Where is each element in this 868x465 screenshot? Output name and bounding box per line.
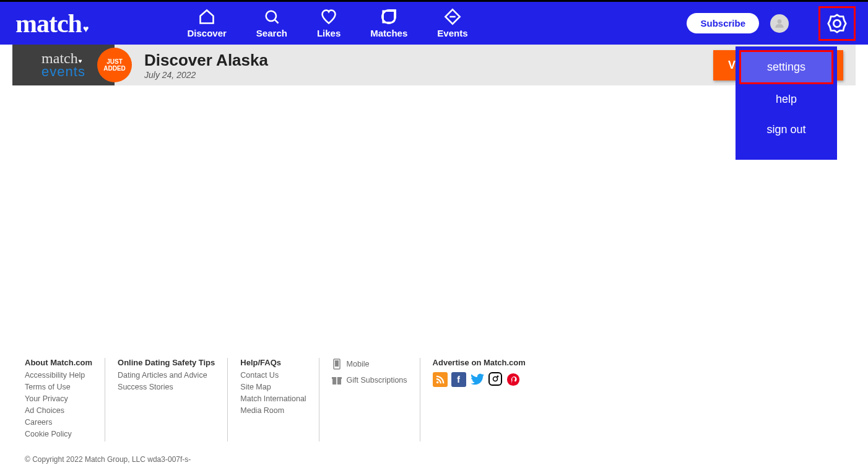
svg-point-10: [436, 381, 438, 384]
heart-icon: ♥: [79, 58, 82, 64]
footer-link-contact[interactable]: Contact Us: [240, 371, 306, 380]
search-icon: [263, 8, 280, 25]
footer-col-mobile: Mobile Gift Subscriptions: [319, 358, 420, 441]
instagram-icon[interactable]: [488, 372, 502, 386]
svg-line-1: [275, 20, 279, 24]
match-events-logo: match♥ events: [41, 52, 85, 77]
nav-label: Events: [437, 28, 467, 38]
gear-icon: [827, 13, 848, 34]
logo-text: match: [15, 9, 82, 38]
tag-icon: [444, 8, 461, 25]
avatar[interactable]: [770, 14, 789, 33]
nav-discover[interactable]: Discover: [187, 8, 226, 38]
just-added-badge: JUST ADDED: [97, 48, 132, 82]
footer-link-adchoices[interactable]: Ad Choices: [25, 406, 92, 415]
footer-link-gift: Gift Subscriptions: [347, 376, 407, 385]
badge-line1: JUST: [106, 58, 123, 65]
banner-text: Discover Alaska July 24, 2022: [144, 51, 268, 80]
footer-link-media[interactable]: Media Room: [240, 406, 306, 415]
footer-link-accessibility[interactable]: Accessibility Help: [25, 371, 92, 380]
events-logo-block: match♥ events JUST ADDED: [12, 45, 115, 85]
social-icons: f: [433, 372, 526, 387]
nav-label: Search: [256, 28, 287, 38]
phone-icon: [332, 358, 342, 370]
events-banner: match♥ events JUST ADDED Discover Alaska…: [12, 45, 856, 85]
footer-link-cookies[interactable]: Cookie Policy: [25, 430, 92, 438]
twitter-icon[interactable]: [470, 372, 485, 387]
svg-point-3: [778, 19, 782, 24]
home-icon: [198, 8, 215, 25]
dropdown-signout[interactable]: sign out: [736, 115, 837, 145]
top-navigation-bar: match♥ Discover Search Likes Ma: [0, 0, 868, 45]
footer-heading: About Match.com: [25, 358, 92, 367]
footer-link-careers[interactable]: Careers: [25, 418, 92, 427]
footer-columns: About Match.com Accessibility Help Terms…: [25, 358, 843, 441]
svg-point-11: [493, 377, 497, 381]
nav-label: Discover: [187, 28, 226, 38]
svg-point-0: [266, 11, 276, 21]
footer-link-privacy[interactable]: Your Privacy: [25, 394, 92, 403]
footer-link-success[interactable]: Success Stories: [118, 383, 215, 391]
footer-heading: Online Dating Safety Tips: [118, 358, 215, 367]
footer-link-mobile: Mobile: [347, 360, 370, 368]
svg-rect-9: [336, 377, 337, 385]
heart-icon: [320, 8, 337, 25]
footer-gift-row[interactable]: Gift Subscriptions: [332, 374, 407, 386]
nav-search[interactable]: Search: [256, 8, 287, 38]
dropdown-help[interactable]: help: [736, 84, 837, 115]
banner-title: Discover Alaska: [144, 51, 268, 70]
rss-icon[interactable]: [433, 372, 448, 387]
footer-link-sitemap[interactable]: Site Map: [240, 383, 306, 391]
settings-dropdown: settings help sign out: [736, 46, 837, 160]
svg-rect-6: [335, 360, 339, 367]
footer: About Match.com Accessibility Help Terms…: [0, 358, 868, 465]
topbar-right: Subscribe: [687, 6, 856, 41]
subscribe-button[interactable]: Subscribe: [687, 13, 759, 33]
svg-point-13: [506, 373, 519, 386]
logo-heart-icon: ♥: [83, 24, 89, 35]
footer-link-international[interactable]: Match International: [240, 394, 306, 403]
nav-likes[interactable]: Likes: [317, 8, 341, 38]
footer-col-safety: Online Dating Safety Tips Dating Article…: [105, 358, 228, 441]
footer-col-advertise: Advertise on Match.com f: [420, 358, 538, 441]
copyright-text: © Copyright 2022 Match Group, LLC wda3-0…: [25, 455, 843, 464]
footer-heading: Help/FAQs: [240, 358, 306, 367]
pinterest-icon[interactable]: [506, 372, 521, 387]
svg-point-12: [497, 376, 498, 376]
footer-link-terms[interactable]: Terms of Use: [25, 383, 92, 391]
footer-col-help: Help/FAQs Contact Us Site Map Match Inte…: [228, 358, 319, 441]
banner-date: July 24, 2022: [144, 70, 268, 80]
svg-point-4: [833, 20, 840, 27]
footer-col-about: About Match.com Accessibility Help Terms…: [25, 358, 105, 441]
match-logo[interactable]: match♥: [15, 9, 88, 38]
events-logo-word: events: [41, 66, 85, 78]
badge-line2: ADDED: [103, 65, 126, 72]
dropdown-settings[interactable]: settings: [739, 50, 833, 84]
chat-icon: [380, 8, 397, 25]
settings-gear-button[interactable]: [818, 6, 856, 41]
footer-heading: Advertise on Match.com: [433, 358, 526, 367]
facebook-icon[interactable]: f: [451, 372, 466, 387]
main-nav: Discover Search Likes Matches Event: [187, 8, 467, 38]
nav-label: Likes: [317, 28, 341, 38]
gift-icon: [332, 374, 342, 386]
footer-link-articles[interactable]: Dating Articles and Advice: [118, 371, 215, 380]
nav-events[interactable]: Events: [437, 8, 467, 38]
footer-mobile-row[interactable]: Mobile: [332, 358, 407, 370]
nav-label: Matches: [370, 28, 407, 38]
nav-matches[interactable]: Matches: [370, 8, 407, 38]
